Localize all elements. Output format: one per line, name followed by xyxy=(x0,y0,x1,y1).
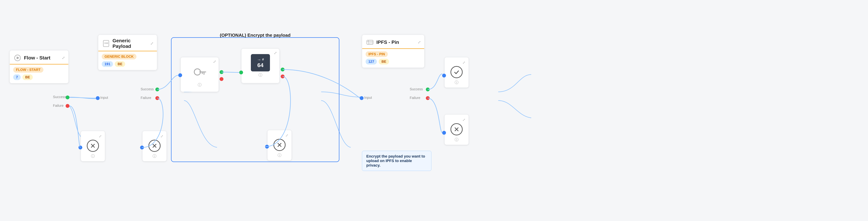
generic-payload-title: Generic Payload xyxy=(113,38,148,49)
x-node-info: ⓘ xyxy=(455,137,459,142)
encrypt-arrow: → xyxy=(257,57,261,62)
error-node-1-expand[interactable]: ⤢ xyxy=(99,134,102,138)
error-node-2-expand[interactable]: ⤢ xyxy=(160,134,163,138)
encrypt-node-success-dot xyxy=(281,68,284,71)
flow-connections xyxy=(0,0,868,221)
generic-payload-success-label: Success xyxy=(141,87,154,91)
optional-group-label: (OPTIONAL) Encrypt the payload xyxy=(220,33,290,38)
key-node-success-dot xyxy=(220,70,223,74)
error-node-3-expand[interactable]: ⤢ xyxy=(285,133,288,138)
error-node-1-icon xyxy=(87,140,99,152)
ipfs-pin-node: HTTP IPFS - Pin ⤢ IPFS - PIN 127 BE xyxy=(362,35,425,68)
svg-marker-1 xyxy=(17,57,20,59)
flow-start-badge-be: BE xyxy=(22,74,33,80)
error-node-1: ⤢ ⓘ xyxy=(81,131,105,161)
flow-start-badge: FLOW - START xyxy=(13,67,43,73)
x-node-icon xyxy=(451,123,463,135)
generic-payload-input-dot xyxy=(96,96,100,100)
key-node-input-dot xyxy=(178,73,182,77)
error-node-1-input-dot xyxy=(79,146,82,149)
svg-text:HTTP: HTTP xyxy=(369,42,373,44)
generic-payload-node: JSON Generic Payload ⤢ GENERIC BLOCK 191… xyxy=(98,35,157,70)
info-box-text: Encrypt the payload you want to upload o… xyxy=(366,154,425,168)
ipfs-pin-title: IPFS - Pin xyxy=(376,39,415,45)
check-node: ⤢ ⓘ xyxy=(444,57,469,88)
flow-start-title: Flow - Start xyxy=(24,55,60,61)
check-node-expand[interactable]: ⤢ xyxy=(462,61,465,65)
error-node-2-input-dot xyxy=(140,146,144,149)
flow-start-success-label: Success xyxy=(53,95,66,99)
error-node-2-icon xyxy=(148,140,161,152)
generic-payload-expand-icon[interactable]: ⤢ xyxy=(150,41,153,46)
flow-start-badge-7: 7 xyxy=(13,74,21,80)
check-node-input-dot xyxy=(442,74,446,77)
error-node-3: ⤢ ⓘ xyxy=(267,130,292,160)
flow-start-expand-icon[interactable]: ⤢ xyxy=(62,56,65,60)
ipfs-pin-badge-be: BE xyxy=(379,59,389,65)
x-node: ⤢ ⓘ xyxy=(444,114,469,145)
error-node-2: ⤢ ⓘ xyxy=(142,131,167,161)
ipfs-pin-success-dot xyxy=(426,87,430,91)
encrypt-block: → # 64 xyxy=(251,54,270,71)
generic-payload-success-dot xyxy=(155,87,159,91)
generic-payload-failure-dot xyxy=(155,96,159,100)
flow-start-success-dot xyxy=(66,96,69,99)
encrypt-node-expand[interactable]: ⤢ xyxy=(274,51,277,55)
error-node-3-icon xyxy=(273,139,286,151)
encrypt-node-input-dot xyxy=(239,71,243,74)
generic-payload-badge-191: 191 xyxy=(102,61,113,67)
ipfs-pin-badge: IPFS - PIN xyxy=(366,51,388,57)
check-node-info: ⓘ xyxy=(455,80,459,85)
error-node-3-input-dot xyxy=(265,145,269,149)
ipfs-pin-failure-label: Failure xyxy=(410,96,420,100)
generic-payload-badge-be: BE xyxy=(115,61,125,67)
encrypt-hash: # xyxy=(262,58,264,61)
x-node-input-dot xyxy=(442,131,446,135)
error-node-1-info: ⓘ xyxy=(91,154,95,159)
flow-start-failure-label: Failure xyxy=(53,104,64,108)
flow-start-node: Flow - Start ⤢ FLOW - START 7 BE xyxy=(9,50,69,83)
ipfs-pin-input-label: Input xyxy=(364,96,372,100)
key-node-info: ⓘ xyxy=(198,82,202,87)
encrypt-num: 64 xyxy=(257,62,264,69)
generic-payload-failure-label: Failure xyxy=(141,96,151,100)
json-icon: JSON xyxy=(102,39,111,48)
connections-svg xyxy=(0,0,868,221)
encrypt-node-failure-dot xyxy=(281,75,284,78)
key-node: ⤢ ⓘ xyxy=(181,57,219,92)
ipfs-pin-input-dot xyxy=(360,96,364,100)
info-box: Encrypt the payload you want to upload o… xyxy=(362,151,431,171)
play-icon xyxy=(13,53,22,62)
check-node-icon xyxy=(451,66,463,78)
ipfs-pin-failure-dot xyxy=(426,96,430,100)
key-node-failure-dot xyxy=(220,77,223,81)
encrypt-node-info: ⓘ xyxy=(258,72,262,78)
generic-payload-input-label: Input xyxy=(100,96,108,100)
ipfs-pin-badge-127: 127 xyxy=(366,59,377,65)
x-node-expand[interactable]: ⤢ xyxy=(462,118,465,122)
generic-payload-badge: GENERIC BLOCK xyxy=(102,54,136,60)
key-icon xyxy=(192,65,208,81)
svg-text:JSON: JSON xyxy=(104,42,108,44)
key-node-expand[interactable]: ⤢ xyxy=(213,60,216,64)
error-node-3-info: ⓘ xyxy=(278,153,281,158)
ipfs-pin-success-label: Success xyxy=(410,87,423,91)
error-node-2-info: ⓘ xyxy=(153,154,156,159)
encrypt-node: ⤢ → # 64 ⓘ xyxy=(241,48,279,83)
ipfs-pin-expand-icon[interactable]: ⤢ xyxy=(418,40,421,44)
flow-start-failure-dot xyxy=(66,104,69,108)
http-icon: HTTP xyxy=(366,38,374,47)
